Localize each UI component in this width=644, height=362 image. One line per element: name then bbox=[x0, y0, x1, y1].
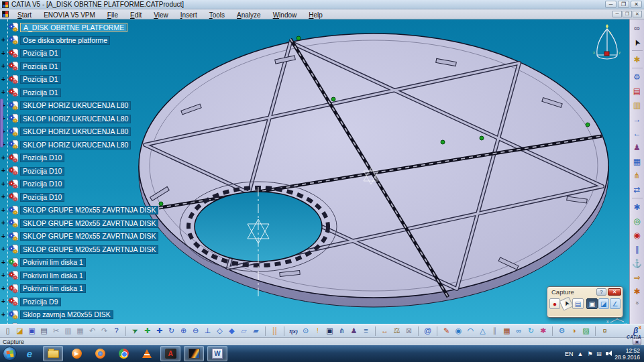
copy-icon[interactable]: ▥ bbox=[63, 326, 73, 336]
tree-expander-icon[interactable]: + bbox=[0, 50, 7, 57]
tree-row[interactable]: +Pozicija D10 bbox=[0, 152, 174, 165]
measure-icon[interactable]: ↔ bbox=[380, 326, 390, 336]
formula-icon[interactable]: f(x) bbox=[288, 326, 299, 336]
tree-item-label[interactable]: Sklop zavrnja M20x55 DISK bbox=[20, 310, 113, 319]
grid-icon[interactable]: ⣿ bbox=[270, 326, 280, 336]
minimize-button[interactable]: ─ bbox=[605, 1, 616, 8]
tree-expander-icon[interactable]: + bbox=[0, 286, 7, 292]
menu-help[interactable]: Help bbox=[303, 11, 329, 19]
tree-item-label[interactable]: SKLOP GRUPE M20x55 ZAVRTNJA DISK bbox=[20, 232, 158, 241]
select-arrow-icon[interactable]: ➤ bbox=[629, 35, 644, 50]
tree-item-label[interactable]: SKLOP HORIZ UKRUCENJA L80 bbox=[20, 141, 131, 149]
print-icon[interactable]: ▤ bbox=[39, 326, 49, 336]
export-doc-icon[interactable]: ← bbox=[631, 128, 643, 139]
tree-row[interactable]: +SKLOP GRUPE M20x55 ZAVRTNJA DISK bbox=[0, 243, 174, 257]
mass-properties-icon[interactable]: ⚖ bbox=[392, 326, 402, 336]
network-icon[interactable]: ▤ bbox=[597, 351, 602, 357]
disk-top-face[interactable] bbox=[139, 34, 608, 298]
new-component-icon[interactable]: ▤ bbox=[631, 86, 643, 97]
clock[interactable]: 12:52 28.9.2016 bbox=[614, 347, 640, 361]
tree-item-label[interactable]: Pozicija D10 bbox=[20, 193, 64, 202]
menu-file[interactable]: File bbox=[101, 11, 124, 19]
normal-view-icon[interactable]: ⊥ bbox=[203, 326, 213, 336]
tree-item-label-selected[interactable]: A_DISK OBRTNE PLATFORME bbox=[20, 23, 127, 32]
tree-item-label[interactable]: SKLOP HORIZ UKRUCENJA L80 bbox=[20, 127, 131, 136]
taskbar-app-autocad[interactable]: A bbox=[160, 346, 180, 361]
tree-row[interactable]: +SKLOP GRUPE M20x55 ZAVRTNJA DISK bbox=[0, 230, 174, 243]
tree-item-label[interactable]: Pokrivni lim diska 1 bbox=[20, 284, 86, 293]
tree-row[interactable]: +Pozicija D1 bbox=[0, 73, 174, 86]
product-gears-icon[interactable]: ⚙ bbox=[631, 72, 643, 83]
options-button[interactable]: ▤ bbox=[572, 298, 583, 309]
smart-move-icon[interactable]: ⇒ bbox=[631, 272, 643, 284]
fit-all-in-icon[interactable]: ✚ bbox=[142, 326, 152, 336]
tree-item-label[interactable]: Pozicija D1 bbox=[20, 62, 61, 71]
tree-expander-icon[interactable]: + bbox=[0, 181, 7, 188]
tree-expander-icon[interactable]: + bbox=[0, 37, 7, 44]
tree-row[interactable]: +Pozicija D1 bbox=[0, 60, 174, 74]
tree-row[interactable]: +SKLOP HORIZ UKRUCENJA L80 bbox=[0, 99, 174, 113]
tree-row[interactable]: +Pokrivni lim diska 1 bbox=[0, 256, 174, 269]
toolbar-overflow-chevron[interactable]: » bbox=[633, 301, 640, 304]
tree-row[interactable]: +Sklop zavrnja M20x55 DISK bbox=[0, 308, 174, 322]
menu-start[interactable]: Start bbox=[11, 11, 38, 19]
tree-expander-icon[interactable]: + bbox=[0, 259, 7, 266]
tree-row[interactable]: +Pozicija D10 bbox=[0, 191, 174, 204]
taskbar-app-firefox[interactable] bbox=[90, 346, 110, 361]
link-at-icon[interactable]: @ bbox=[423, 326, 433, 336]
taskbar-app-catia[interactable] bbox=[184, 346, 204, 361]
start-button[interactable] bbox=[3, 347, 17, 361]
tree-expander-icon[interactable]: + bbox=[0, 312, 7, 318]
menu-edit[interactable]: Edit bbox=[124, 11, 148, 19]
save-icon[interactable]: ▣ bbox=[27, 326, 37, 336]
tree-item-label[interactable]: SKLOP GRUPE M20x55 ZAVRTNJA DISK bbox=[20, 219, 158, 228]
explode-icon[interactable]: ✱ bbox=[631, 286, 643, 298]
examine-mode-icon[interactable]: ∞ bbox=[631, 23, 643, 34]
tree-item-label[interactable]: Pozicija D1 bbox=[20, 49, 61, 58]
palette-icon[interactable]: ◑ bbox=[569, 326, 579, 336]
language-indicator[interactable]: EN bbox=[565, 351, 574, 357]
taskbar-app-word[interactable]: W bbox=[207, 346, 227, 361]
wireframe-view-icon[interactable]: ▱ bbox=[239, 326, 249, 336]
rotate-icon[interactable]: ↻ bbox=[166, 326, 176, 336]
tree-row[interactable]: +Sklop zavrnja M20x55 DISK bbox=[0, 322, 174, 324]
shaded-view-icon[interactable]: ◆ bbox=[227, 326, 237, 336]
comment-icon[interactable]: ⊙ bbox=[301, 326, 311, 336]
plane-icon[interactable]: △ bbox=[478, 326, 488, 336]
clipping-icon[interactable]: ∥ bbox=[490, 326, 500, 336]
tree-item-label[interactable]: SKLOP HORIZ UKRUCENJA L80 bbox=[20, 115, 131, 123]
tree-expander-icon[interactable]: + bbox=[0, 168, 7, 174]
restore-button[interactable]: ❐ bbox=[618, 1, 629, 8]
taskbar-app-internet-explorer[interactable]: e bbox=[19, 346, 40, 361]
child-close-button[interactable]: ✕ bbox=[633, 11, 642, 17]
manage-representations-icon[interactable]: ♟ bbox=[631, 142, 643, 154]
tree-row[interactable]: A_DISK OBRTNE PLATFORME bbox=[0, 21, 174, 34]
tree-item-label[interactable]: Pozicija D10 bbox=[20, 180, 64, 188]
sphere-icon[interactable]: ◉ bbox=[453, 326, 464, 336]
tree-item-label[interactable]: Pokrivni lim diska 1 bbox=[20, 258, 86, 267]
lock-icon[interactable]: ⊠ bbox=[404, 326, 414, 336]
taskbar-app-explorer[interactable] bbox=[43, 346, 63, 361]
taskbar-app-vlc[interactable] bbox=[137, 346, 157, 361]
tree-expander-icon[interactable]: + bbox=[0, 76, 7, 83]
tree-row[interactable]: +SKLOP HORIZ UKRUCENJA L80 bbox=[0, 125, 174, 139]
tree-expander-icon[interactable]: + bbox=[0, 155, 7, 162]
tree-row[interactable]: +Pozicija D10 bbox=[0, 165, 174, 178]
tree-item-label[interactable]: Pozicija D1 bbox=[20, 75, 61, 84]
menu-insert[interactable]: Insert bbox=[174, 11, 203, 19]
tree-row[interactable]: +Pozicija D1 bbox=[0, 47, 174, 60]
cut-icon[interactable]: ✂ bbox=[51, 326, 61, 336]
record-button[interactable]: ● bbox=[549, 298, 560, 309]
tree-row[interactable]: +Pozicija D9 bbox=[0, 296, 174, 309]
capture-dialog[interactable]: Capture ? ✕ ●➤▤▣◪∠ bbox=[547, 286, 623, 318]
tree-expander-icon[interactable]: + bbox=[0, 272, 7, 279]
tree-row[interactable]: +Ose diska obrtne platforme bbox=[0, 34, 174, 48]
tree-item-label[interactable]: Pozicija D10 bbox=[20, 167, 64, 176]
tree-item-label[interactable]: SKLOP GRUPE M20x55 ZAVRTNJA DISK bbox=[20, 206, 158, 215]
tree-expander-icon[interactable]: + bbox=[0, 89, 7, 96]
tree-item-label[interactable]: Pozicija D9 bbox=[20, 298, 61, 306]
iso-view-icon[interactable]: ◇ bbox=[215, 326, 225, 336]
tree-row[interactable]: +Pozicija D1 bbox=[0, 86, 174, 100]
action-center-flag-icon[interactable]: ⚑ bbox=[588, 351, 593, 357]
multi-instantiation-icon[interactable]: ✱ bbox=[631, 202, 643, 213]
